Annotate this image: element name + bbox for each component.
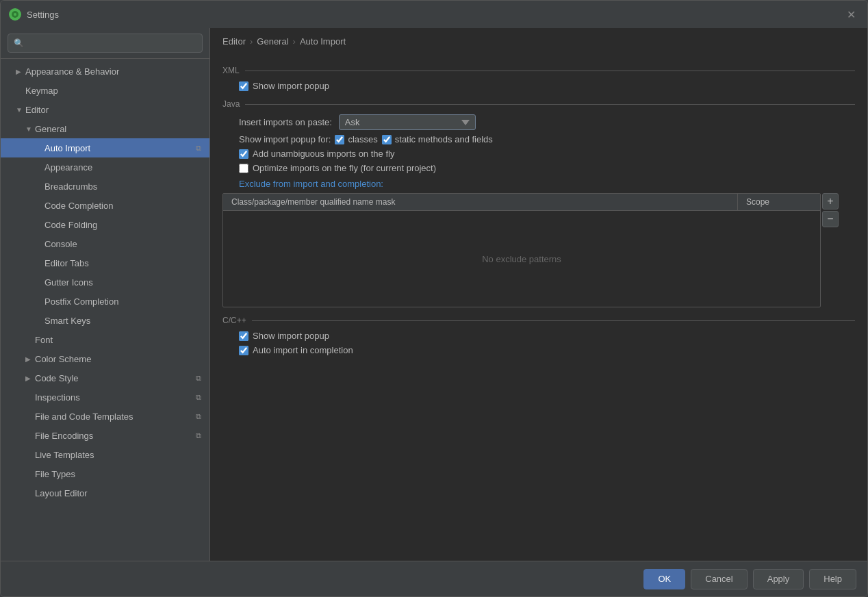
- insert-imports-row: Insert imports on paste: Ask Always Neve…: [239, 114, 855, 130]
- cpp-auto-import-row: Auto import in completion: [239, 345, 855, 355]
- sidebar-item-general[interactable]: ▼ General: [1, 119, 209, 138]
- sidebar-item-label: File Types: [35, 469, 204, 479]
- copy-icon: ⧉: [193, 392, 204, 403]
- help-button[interactable]: Help: [809, 569, 856, 589]
- sidebar-item-label: Color Scheme: [35, 354, 204, 364]
- sidebar-item-label: Auto Import: [44, 143, 193, 153]
- insert-imports-label: Insert imports on paste:: [239, 117, 332, 127]
- cancel-button[interactable]: Cancel: [691, 569, 747, 589]
- sidebar: ▶ Appearance & Behavior Keymap ▼ Editor …: [1, 28, 210, 561]
- search-input[interactable]: [8, 34, 203, 53]
- search-box: [1, 28, 209, 59]
- sidebar-item-code-completion[interactable]: Code Completion: [1, 196, 209, 215]
- content-area: Editor › General › Auto Import XML Show …: [210, 28, 867, 561]
- show-classes-checkbox[interactable]: [335, 135, 344, 144]
- arrow-icon: ▶: [16, 68, 25, 75]
- sidebar-item-label: File and Code Templates: [35, 411, 193, 422]
- sidebar-item-label: Editor: [25, 105, 204, 115]
- sidebar-item-label: Postfix Completion: [44, 296, 204, 307]
- sidebar-item-live-templates[interactable]: Live Templates: [1, 445, 209, 464]
- add-unambiguous-checkbox[interactable]: [239, 149, 248, 159]
- breadcrumb-editor: Editor: [222, 36, 246, 47]
- app-icon: [9, 8, 21, 21]
- table-remove-button[interactable]: −: [822, 211, 839, 227]
- sidebar-item-label: Smart Keys: [44, 316, 204, 326]
- breadcrumb-sep: ›: [250, 36, 253, 47]
- window-title: Settings: [27, 10, 59, 20]
- sidebar-item-code-style[interactable]: ▶ Code Style ⧉: [1, 368, 209, 388]
- sidebar-item-label: Breadcrumbs: [44, 181, 204, 192]
- static-check-group: static methods and fields: [382, 134, 493, 144]
- xml-show-import-checkbox[interactable]: [239, 81, 248, 91]
- sidebar-item-keymap[interactable]: Keymap: [1, 81, 209, 100]
- table-add-button[interactable]: +: [822, 193, 839, 209]
- xml-show-import-row: Show import popup: [239, 81, 855, 91]
- cpp-section-label: C/C++: [222, 316, 246, 325]
- table-header: Class/package/member qualified name mask…: [223, 194, 820, 211]
- apply-button[interactable]: Apply: [753, 569, 804, 589]
- sidebar-item-inspections[interactable]: Inspections ⧉: [1, 388, 209, 407]
- exclude-label: Exclude from import and completion:: [239, 179, 855, 189]
- cpp-show-import-label[interactable]: Show import popup: [253, 331, 329, 341]
- sidebar-item-appearance-behavior[interactable]: ▶ Appearance & Behavior: [1, 62, 209, 81]
- close-button[interactable]: ✕: [843, 6, 859, 23]
- add-unambiguous-row: Add unambiguous imports on the fly: [239, 149, 855, 159]
- arrow-icon: ▼: [16, 106, 25, 114]
- show-import-popup-row: Show import popup for: classes static me…: [239, 134, 855, 144]
- sidebar-item-gutter-icons[interactable]: Gutter Icons: [1, 272, 209, 292]
- cpp-show-import-row: Show import popup: [239, 331, 855, 341]
- sidebar-item-color-scheme[interactable]: ▶ Color Scheme: [1, 349, 209, 368]
- show-classes-label[interactable]: classes: [348, 134, 377, 144]
- sidebar-item-label: File Encodings: [35, 431, 193, 441]
- cpp-auto-import-label[interactable]: Auto import in completion: [253, 345, 353, 355]
- optimize-imports-checkbox[interactable]: [239, 164, 248, 173]
- copy-icon: ⧉: [193, 430, 204, 441]
- exclude-table: Class/package/member qualified name mask…: [222, 193, 821, 307]
- copy-icon: ⧉: [193, 142, 204, 153]
- sidebar-tree: ▶ Appearance & Behavior Keymap ▼ Editor …: [1, 59, 209, 561]
- show-static-checkbox[interactable]: [382, 135, 392, 144]
- table-body: No exclude patterns: [223, 211, 820, 307]
- table-empty-label: No exclude patterns: [482, 254, 561, 264]
- optimize-imports-label[interactable]: Optimize imports on the fly (for current…: [253, 163, 436, 173]
- table-col-scope: Scope: [738, 194, 820, 210]
- insert-imports-select[interactable]: Ask Always Never: [339, 114, 476, 130]
- cpp-auto-import-checkbox[interactable]: [239, 346, 248, 355]
- table-buttons: + −: [822, 193, 839, 307]
- sidebar-item-file-types[interactable]: File Types: [1, 464, 209, 483]
- sidebar-item-label: Code Folding: [44, 220, 204, 230]
- sidebar-item-code-folding[interactable]: Code Folding: [1, 215, 209, 234]
- sidebar-item-file-code-templates[interactable]: File and Code Templates ⧉: [1, 407, 209, 426]
- optimize-imports-row: Optimize imports on the fly (for current…: [239, 163, 855, 173]
- sidebar-item-editor[interactable]: ▼ Editor: [1, 100, 209, 119]
- sidebar-item-smart-keys[interactable]: Smart Keys: [1, 311, 209, 330]
- sidebar-item-auto-import[interactable]: Auto Import ⧉: [1, 138, 209, 157]
- add-unambiguous-label[interactable]: Add unambiguous imports on the fly: [253, 149, 394, 159]
- show-static-label[interactable]: static methods and fields: [395, 134, 493, 144]
- sidebar-item-editor-tabs[interactable]: Editor Tabs: [1, 253, 209, 272]
- xml-show-import-label[interactable]: Show import popup: [253, 81, 329, 91]
- java-section-label: Java: [222, 99, 240, 109]
- classes-check-group: classes: [335, 134, 377, 144]
- cpp-section-header: C/C++: [222, 316, 855, 325]
- main-content: ▶ Appearance & Behavior Keymap ▼ Editor …: [1, 28, 867, 561]
- arrow-icon: ▼: [25, 125, 35, 133]
- copy-icon: ⧉: [193, 411, 204, 422]
- xml-section-header: XML: [222, 66, 855, 75]
- sidebar-item-breadcrumbs[interactable]: Breadcrumbs: [1, 177, 209, 196]
- titlebar: Settings ✕: [1, 1, 867, 28]
- ok-button[interactable]: OK: [643, 569, 685, 589]
- sidebar-item-console[interactable]: Console: [1, 234, 209, 253]
- show-import-popup-label: Show import popup for:: [239, 134, 331, 144]
- sidebar-item-layout-editor[interactable]: Layout Editor: [1, 483, 209, 503]
- sidebar-item-font[interactable]: Font: [1, 330, 209, 349]
- sidebar-item-postfix-completion[interactable]: Postfix Completion: [1, 292, 209, 311]
- cpp-show-import-checkbox[interactable]: [239, 331, 248, 341]
- sidebar-item-appearance[interactable]: Appearance: [1, 157, 209, 177]
- xml-section-label: XML: [222, 66, 240, 75]
- sidebar-item-file-encodings[interactable]: File Encodings ⧉: [1, 426, 209, 445]
- bottom-bar: OK Cancel Apply Help: [1, 561, 867, 596]
- table-col-name: Class/package/member qualified name mask: [223, 194, 738, 210]
- java-section-header: Java: [222, 99, 855, 109]
- arrow-icon: ▶: [25, 355, 35, 363]
